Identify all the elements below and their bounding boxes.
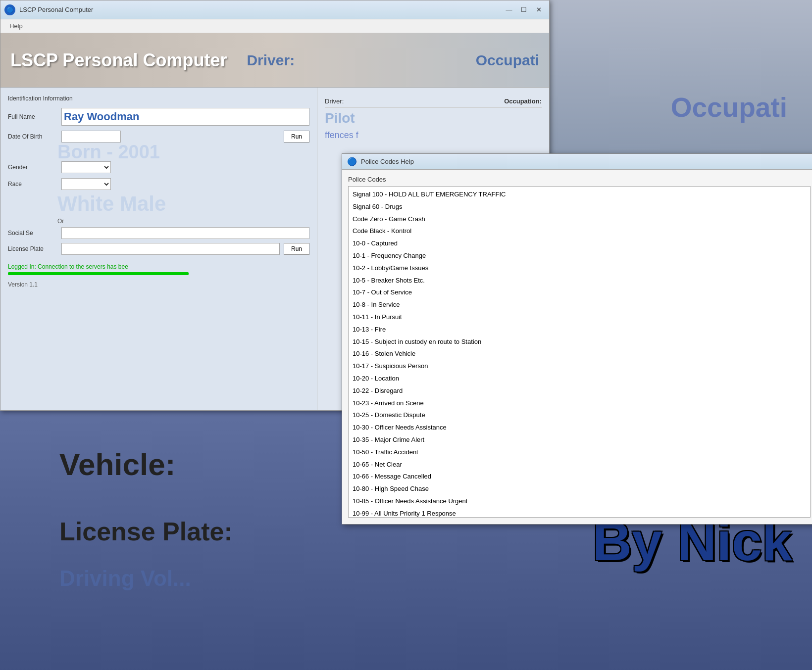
list-item[interactable]: 10-22 - Disregard bbox=[350, 385, 809, 397]
list-item[interactable]: 10-50 - Traffic Accident bbox=[350, 446, 809, 459]
version-text: Version 1.1 bbox=[8, 281, 309, 288]
race-label: Race bbox=[8, 181, 57, 188]
list-item[interactable]: 10-17 - Suspicious Person bbox=[350, 360, 809, 373]
police-codes-section-label: Police Codes bbox=[348, 176, 811, 183]
title-bar: 🔵 LSCP Personal Computer — ☐ ✕ bbox=[0, 0, 549, 19]
or-divider: Or bbox=[57, 218, 309, 225]
police-codes-title: Police Codes Help bbox=[361, 158, 414, 165]
gender-row: Gender Male Female bbox=[8, 161, 309, 173]
title-bar-left: 🔵 LSCP Personal Computer bbox=[4, 4, 93, 15]
ssn-label: Social Se bbox=[8, 230, 57, 237]
gender-select[interactable]: Male Female bbox=[61, 161, 111, 173]
list-item[interactable]: Code Black - Kontrol bbox=[350, 225, 809, 238]
list-item[interactable]: 10-0 - Captured bbox=[350, 238, 809, 250]
list-item[interactable]: 10-20 - Location bbox=[350, 373, 809, 385]
ssn-input[interactable] bbox=[61, 227, 309, 239]
id-section-title: Identification Information bbox=[8, 95, 309, 102]
full-name-row: Full Name bbox=[8, 108, 309, 126]
menu-help[interactable]: Help bbox=[4, 21, 28, 31]
police-codes-window-icon: 🔵 bbox=[347, 157, 357, 166]
list-item[interactable]: 10-66 - Message Cancelled bbox=[350, 471, 809, 483]
occupation-label: Occupation: bbox=[504, 97, 542, 105]
driver-label: Driver: bbox=[325, 97, 344, 105]
run-button-2[interactable]: Run bbox=[284, 243, 309, 255]
dob-input[interactable] bbox=[61, 131, 121, 143]
list-item[interactable]: 10-85 - Officer Needs Assistance Urgent bbox=[350, 495, 809, 508]
app-title: LSCP Personal Computer bbox=[19, 6, 93, 13]
license-plate-input[interactable] bbox=[61, 243, 280, 255]
list-item[interactable]: 10-99 - All Units Priority 1 Response bbox=[350, 508, 809, 518]
window-controls: — ☐ ✕ bbox=[503, 5, 545, 15]
race-select[interactable]: White Black Hispanic Asian bbox=[61, 178, 111, 190]
status-bar-green bbox=[8, 272, 189, 275]
police-codes-body: Police Codes Signal 100 - HOLD ALL BUT E… bbox=[342, 170, 812, 524]
list-item[interactable]: 10-30 - Officer Needs Assistance bbox=[350, 422, 809, 434]
dob-label: Date Of Birth bbox=[8, 133, 57, 140]
list-item[interactable]: 10-7 - Out of Service bbox=[350, 287, 809, 299]
list-item[interactable]: 10-1 - Frequency Change bbox=[350, 250, 809, 262]
list-item[interactable]: 10-35 - Major Crime Alert bbox=[350, 434, 809, 446]
gender-label: Gender bbox=[8, 164, 57, 171]
list-item[interactable]: Code Zero - Game Crash bbox=[350, 213, 809, 226]
close-button[interactable]: ✕ bbox=[532, 5, 545, 15]
app-icon: 🔵 bbox=[4, 4, 15, 15]
status-bar: Logged In: Connection to the servers has… bbox=[8, 260, 309, 277]
license-plate-label: License Plate bbox=[8, 245, 57, 252]
list-item[interactable]: 10-25 - Domestic Dispute bbox=[350, 409, 809, 422]
driver-name-display: Pilot bbox=[325, 110, 542, 126]
license-plate-row: License Plate Run bbox=[8, 243, 309, 255]
header-photo-strip: LSCP Personal Computer Driver: Occupati bbox=[0, 33, 549, 88]
full-name-input[interactable] bbox=[61, 108, 309, 126]
codes-list[interactable]: Signal 100 - HOLD ALL BUT EMERGENCY TRAF… bbox=[348, 186, 811, 518]
bg-vehicle-text: Vehicle: bbox=[59, 447, 175, 482]
list-item[interactable]: 10-5 - Breaker Shots Etc. bbox=[350, 275, 809, 287]
menu-bar: Help bbox=[0, 19, 549, 33]
race-row: Race White Black Hispanic Asian bbox=[8, 178, 309, 190]
status-text: Logged In: Connection to the servers has… bbox=[8, 263, 128, 270]
full-name-label: Full Name bbox=[8, 113, 57, 120]
minimize-button[interactable]: — bbox=[503, 5, 515, 15]
list-item[interactable]: 10-2 - Lobby/Game Issues bbox=[350, 262, 809, 275]
maximize-button[interactable]: ☐ bbox=[517, 5, 530, 15]
identification-panel: Identification Information Full Name Dat… bbox=[0, 88, 317, 410]
header-driver-label: Driver: bbox=[247, 52, 295, 69]
ssn-row: Social Se bbox=[8, 227, 309, 239]
header-title: LSCP Personal Computer bbox=[10, 50, 227, 71]
dob-row: Date Of Birth Run bbox=[8, 131, 309, 143]
header-occupation-label: Occupati bbox=[476, 52, 539, 69]
list-item[interactable]: 10-11 - In Pursuit bbox=[350, 311, 809, 324]
born-display: Born - 2001 bbox=[57, 143, 309, 161]
run-button-1[interactable]: Run bbox=[284, 131, 309, 143]
list-item[interactable]: 10-65 - Net Clear bbox=[350, 459, 809, 471]
list-item[interactable]: Signal 100 - HOLD ALL BUT EMERGENCY TRAF… bbox=[350, 189, 809, 201]
bg-occupation-text: Occupati bbox=[671, 92, 787, 123]
list-item[interactable]: Signal 60 - Drugs bbox=[350, 201, 809, 213]
police-codes-window: 🔵 Police Codes Help Police Codes Signal … bbox=[342, 153, 812, 525]
white-male-display: White Male bbox=[57, 192, 309, 215]
list-item[interactable]: 10-15 - Subject in custody en route to S… bbox=[350, 336, 809, 348]
list-item[interactable]: 10-13 - Fire bbox=[350, 324, 809, 336]
bg-license-plate-text: License Plate: bbox=[59, 517, 233, 546]
list-item[interactable]: 10-80 - High Speed Chase bbox=[350, 483, 809, 495]
driver-header-row: Driver: Occupation: bbox=[325, 95, 542, 108]
list-item[interactable]: 10-23 - Arrived on Scene bbox=[350, 397, 809, 410]
police-codes-titlebar: 🔵 Police Codes Help bbox=[342, 154, 812, 170]
bg-driving-text: Driving Vol... bbox=[59, 566, 191, 591]
list-item[interactable]: 10-16 - Stolen Vehicle bbox=[350, 348, 809, 360]
list-item[interactable]: 10-8 - In Service bbox=[350, 299, 809, 311]
offences-display: ffences f bbox=[325, 130, 542, 141]
